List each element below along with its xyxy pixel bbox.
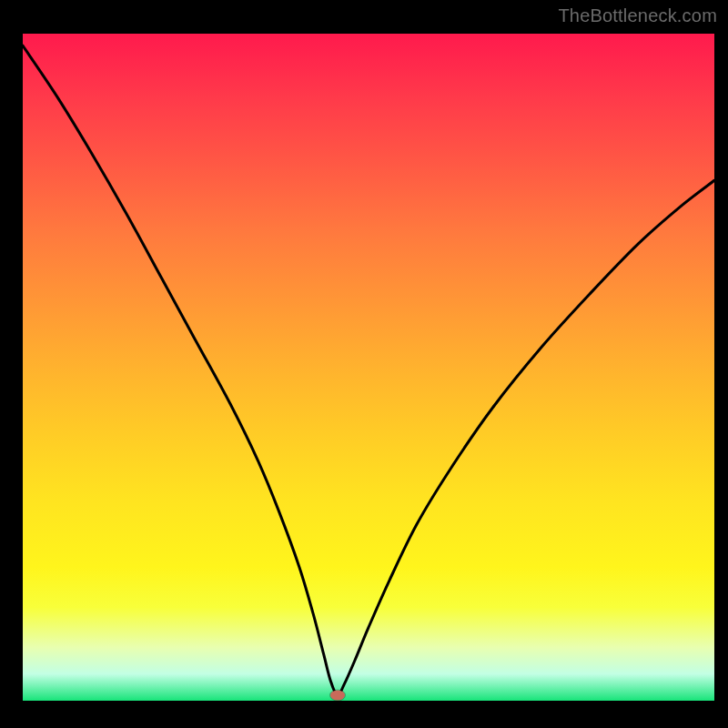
curve-line (23, 34, 714, 701)
plot-area (23, 34, 714, 701)
chart-container: TheBottleneck.com (0, 0, 728, 728)
minimum-marker (330, 691, 345, 701)
watermark-text: TheBottleneck.com (558, 5, 717, 26)
